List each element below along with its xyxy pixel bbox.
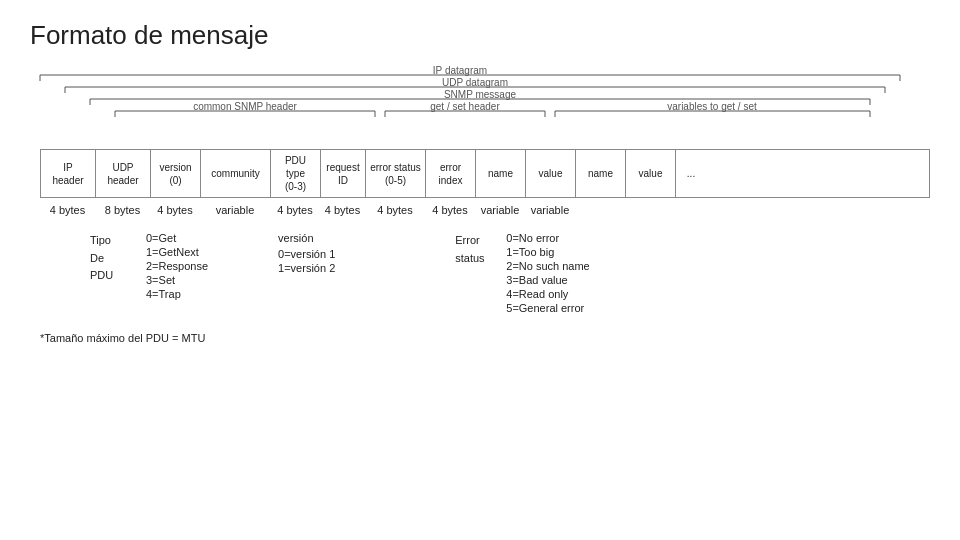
info-section: TipoDePDU 0=Get 1=GetNext 2=Response 3=S…	[30, 232, 930, 314]
size-request: 4 bytes	[320, 204, 365, 216]
size-ip: 4 bytes	[40, 204, 95, 216]
size-pdu: 4 bytes	[270, 204, 320, 216]
bracket-diagram: IP datagram UDP datagram SNMP message co…	[30, 65, 930, 145]
svg-text:IP datagram: IP datagram	[433, 65, 487, 76]
svg-text:get / set header: get / set header	[430, 101, 500, 112]
tipo-label: TipoDePDU	[90, 232, 130, 285]
field-error-status: error status(0-5)	[366, 150, 426, 197]
version-values: 0=versión 1 1=versión 2	[278, 248, 335, 274]
field-value2: value	[626, 150, 676, 197]
page-title: Formato de mensaje	[30, 20, 930, 51]
error-label: Errorstatus	[455, 232, 490, 267]
svg-text:UDP datagram: UDP datagram	[442, 77, 508, 88]
version-label: versión	[278, 232, 335, 244]
error-values: 0=No error 1=Too big 2=No such name 3=Ba…	[506, 232, 589, 314]
footnote: *Tamaño máximo del PDU = MTU	[30, 332, 930, 344]
size-community: variable	[200, 204, 270, 216]
svg-text:variables to get / set: variables to get / set	[667, 101, 757, 112]
size-version: 4 bytes	[150, 204, 200, 216]
fields-table: IPheader UDPheader version(0) community …	[40, 149, 930, 198]
field-request-id: requestID	[321, 150, 366, 197]
size-udp: 8 bytes	[95, 204, 150, 216]
field-value1: value	[526, 150, 576, 197]
field-community: community	[201, 150, 271, 197]
size-error-index: 4 bytes	[425, 204, 475, 216]
field-pdu-type: PDUtype(0-3)	[271, 150, 321, 197]
field-error-index: errorindex	[426, 150, 476, 197]
tipo-values: 0=Get 1=GetNext 2=Response 3=Set 4=Trap	[146, 232, 208, 300]
size-name1: variable	[475, 204, 525, 216]
svg-text:SNMP message: SNMP message	[444, 89, 517, 100]
field-ellipsis: ...	[676, 150, 706, 197]
field-name2: name	[576, 150, 626, 197]
page: Formato de mensaje IP datagram UDP datag…	[0, 0, 960, 364]
sizes-row: 4 bytes 8 bytes 4 bytes variable 4 bytes…	[40, 204, 930, 216]
field-ip-header: IPheader	[41, 150, 96, 197]
svg-text:common SNMP header: common SNMP header	[193, 101, 297, 112]
size-value1: variable	[525, 204, 575, 216]
field-udp-header: UDPheader	[96, 150, 151, 197]
size-error-status: 4 bytes	[365, 204, 425, 216]
field-version: version(0)	[151, 150, 201, 197]
field-name1: name	[476, 150, 526, 197]
